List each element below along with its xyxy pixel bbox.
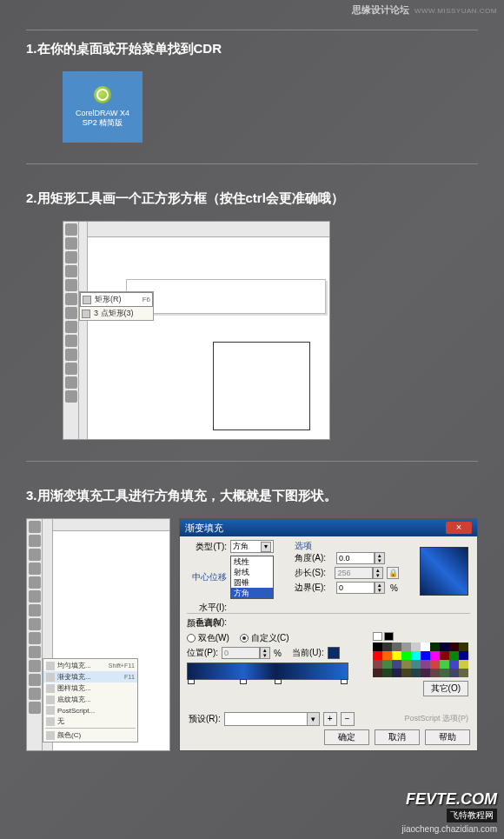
flyout-item-pattern-fill[interactable]: 图样填充... xyxy=(43,683,137,694)
tool-icon xyxy=(29,549,41,561)
bottom-watermark: FEVTE.COM 飞特教程网 jiaocheng.chazidian.com xyxy=(401,790,497,834)
preset-remove-button[interactable]: − xyxy=(341,712,355,726)
lock-icon[interactable]: 🔒 xyxy=(387,567,399,579)
type-dropdown-list[interactable]: 线性 射线 圆锥 方角 xyxy=(230,556,274,599)
custom-radio[interactable]: 自定义(C) xyxy=(240,632,289,644)
vertical-label: 垂直(V): xyxy=(187,616,227,629)
two-color-radio[interactable]: 双色(W) xyxy=(187,632,229,644)
type-option[interactable]: 方角 xyxy=(231,588,273,598)
type-label: 类型(T): xyxy=(187,541,227,553)
step-3: 3.用渐变填充工具进行方角填充，大概就是下图形状。 均匀填充...Shift+F… xyxy=(26,488,478,751)
chevron-down-icon: ▾ xyxy=(261,542,271,552)
tool-icon xyxy=(65,251,77,263)
preset-add-button[interactable]: + xyxy=(323,712,337,726)
coreldraw-desktop-icon: CorelDRAW X4 SP2 精简版 xyxy=(63,71,143,143)
tool-icon xyxy=(29,576,41,589)
type-option[interactable]: 线性 xyxy=(231,556,273,567)
tool-icon xyxy=(65,265,77,277)
position-label: 位置(P): xyxy=(187,647,218,659)
coreldraw-logo-icon xyxy=(94,86,111,103)
tool-icon xyxy=(65,363,77,375)
pattern-icon xyxy=(46,684,55,693)
type-option[interactable]: 圆锥 xyxy=(231,577,273,588)
rectangle-tool-flyout: 矩形(R)F6 3 点矩形(3) xyxy=(79,291,154,321)
tool-icon xyxy=(29,618,41,630)
fill-icon xyxy=(46,662,55,670)
gradient-icon xyxy=(46,673,55,682)
tool-icon xyxy=(65,223,77,236)
gradient-stop[interactable] xyxy=(341,679,348,684)
gradient-preview xyxy=(420,547,468,596)
position-input[interactable]: ▴▾ xyxy=(222,647,270,659)
step-1-title: 1.在你的桌面或开始菜单找到CDR xyxy=(26,41,478,57)
steps-input: ▴▾ xyxy=(335,567,383,579)
gradient-stop[interactable] xyxy=(275,679,282,684)
tool-icon xyxy=(65,321,77,333)
current-color-swatch[interactable] xyxy=(328,647,340,659)
steps-label: 步长(S): xyxy=(295,567,331,579)
flyout-item-postscript[interactable]: PostScript... xyxy=(43,705,137,716)
horizontal-label: 水平(I): xyxy=(187,602,227,614)
close-button[interactable]: × xyxy=(446,522,472,534)
chevron-down-icon: ▾ xyxy=(307,713,319,725)
tool-icon xyxy=(65,279,77,291)
angle-input[interactable]: ▴▾ xyxy=(336,552,385,564)
step-2: 2.用矩形工具画一个正方形方框（按住ctrl会更准确哦） 矩形(R)F6 3 点… xyxy=(26,190,478,462)
dialog-titlebar: 渐变填充 × xyxy=(180,519,477,536)
tool-icon xyxy=(65,293,77,305)
page-edge xyxy=(126,279,326,314)
flyout-item-fountain-fill[interactable]: 渐变填充...F11 xyxy=(43,671,137,683)
flyout-item-texture-fill[interactable]: 底纹填充... xyxy=(43,694,137,705)
edge-label: 边界(E): xyxy=(295,582,333,594)
tool-icon xyxy=(65,390,77,403)
color-palette[interactable]: 其它(O) xyxy=(373,632,468,696)
texture-icon xyxy=(46,696,55,704)
ruler-horizontal xyxy=(53,519,169,531)
palette-color[interactable] xyxy=(373,632,382,641)
color-icon xyxy=(46,731,55,740)
flyout-item-none[interactable]: 无 xyxy=(43,716,137,727)
angle-label: 角度(A): xyxy=(295,552,333,564)
preset-select[interactable]: ▾ xyxy=(224,712,320,726)
tool-icon xyxy=(29,646,41,658)
ruler-horizontal xyxy=(88,222,329,237)
cancel-button[interactable]: 取消 xyxy=(375,729,420,745)
preset-label: 预设(R): xyxy=(189,713,221,725)
step-3-title: 3.用渐变填充工具进行方角填充，大概就是下图形状。 xyxy=(26,488,478,504)
edge-input[interactable]: ▴▾ xyxy=(336,582,385,594)
help-button[interactable]: 帮助 xyxy=(425,729,470,745)
tool-icon xyxy=(29,632,41,644)
flyout-item-uniform-fill[interactable]: 均匀填充...Shift+F11 xyxy=(43,660,137,671)
type-select[interactable]: 方角▾ xyxy=(230,540,274,553)
tool-icon xyxy=(29,521,41,533)
tool-icon xyxy=(29,590,41,603)
fountain-fill-dialog: 渐变填充 × 类型(T): 方角▾ 中心位移 线性 射线 圆锥 xyxy=(179,518,478,751)
toolbox xyxy=(63,222,79,439)
tool-icon xyxy=(29,688,41,700)
rectangle-icon xyxy=(83,296,91,304)
canvas xyxy=(88,237,329,439)
ok-button[interactable]: 确定 xyxy=(324,729,369,745)
tool-icon xyxy=(65,237,77,250)
coreldraw-screenshot-2: 矩形(R)F6 3 点矩形(3) xyxy=(63,221,330,440)
tool-icon xyxy=(29,660,41,672)
flyout-item-color[interactable]: 颜色(C) xyxy=(43,729,137,741)
top-watermark: 思缘设计论坛WWW.MISSYUAN.COM xyxy=(352,3,497,17)
gradient-bar[interactable] xyxy=(187,663,348,680)
current-label: 当前(U): xyxy=(292,647,324,659)
type-option[interactable]: 射线 xyxy=(231,567,273,577)
flyout-item-3pt-rectangle[interactable]: 3 点矩形(3) xyxy=(80,307,153,320)
gradient-stop[interactable] xyxy=(240,679,247,684)
rectangle-3pt-icon xyxy=(82,310,90,318)
other-colors-button[interactable]: 其它(O) xyxy=(423,681,468,696)
tool-icon xyxy=(29,563,41,575)
fill-tool-flyout: 均匀填充...Shift+F11 渐变填充...F11 图样填充... 底纹填充… xyxy=(43,658,138,742)
flyout-item-rectangle[interactable]: 矩形(R)F6 xyxy=(80,292,153,307)
ps-icon xyxy=(46,706,55,715)
step-1: 1.在你的桌面或开始菜单找到CDR CorelDRAW X4 SP2 精简版 xyxy=(26,30,478,164)
palette-color[interactable] xyxy=(384,632,394,641)
coreldraw-screenshot-3: 均匀填充...Shift+F11 渐变填充...F11 图样填充... 底纹填充… xyxy=(26,518,170,751)
tool-icon xyxy=(29,604,41,616)
gradient-stop[interactable] xyxy=(188,679,195,684)
tool-icon xyxy=(65,376,77,389)
